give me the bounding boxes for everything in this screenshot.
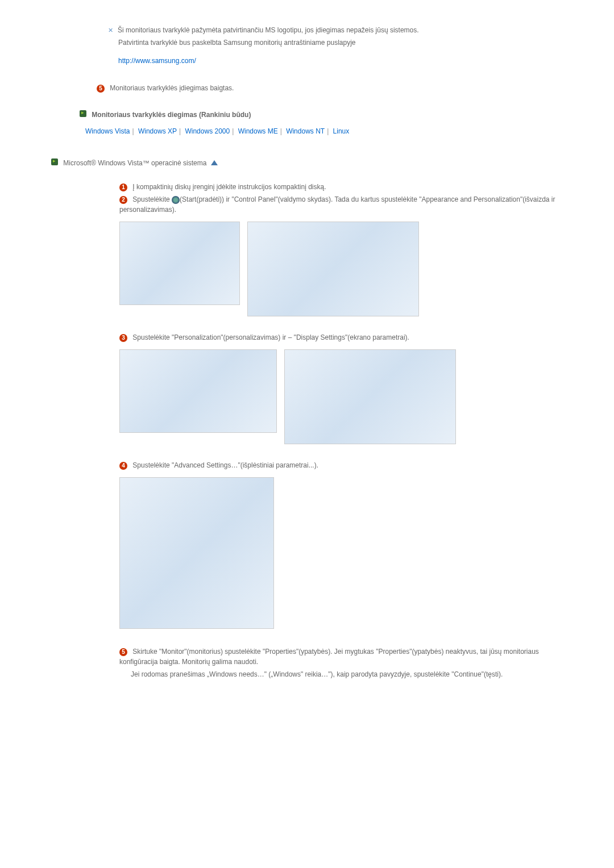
step-2-bullet: 2 [119,196,127,204]
step-5a-text: Skirtuke "Monitor"(monitorius) spustelėk… [119,648,539,666]
screenshot-start-menu [119,222,240,305]
manual-install-header: Monitoriaus tvarkyklės diegimas (Rankini… [92,111,251,119]
samsung-link[interactable]: http://www.samsung.com/ [118,56,563,66]
driver-note-line1: Ši monitoriaus tvarkyklė pažymėta patvir… [108,25,563,35]
link-vista[interactable]: Windows Vista [85,127,130,135]
step-4-bullet: 4 [119,462,127,470]
step-3-text: Spustelėkite "Personalization"(personali… [132,333,409,341]
screenshot-advanced-settings [119,477,274,629]
link-xp[interactable]: Windows XP [138,127,177,135]
link-2000[interactable]: Windows 2000 [185,127,230,135]
start-icon [172,196,180,204]
separator: | [232,127,234,135]
screenshot-personalization [119,349,277,433]
screenshot-display-settings [284,349,456,444]
triangle-up-icon[interactable] [211,160,218,165]
link-nt[interactable]: Windows NT [286,127,325,135]
link-me[interactable]: Windows ME [238,127,278,135]
step-5-bullet: 5 [97,85,105,93]
step-1-text: Į kompaktinių diskų įrenginį įdėkite ins… [132,183,326,191]
step-1-bullet: 1 [119,183,127,191]
separator: | [327,127,329,135]
step-5-bullet-vista: 5 [119,648,127,656]
step-4-text: Spustelėkite "Advanced Settings…"(išplės… [132,461,318,469]
section-arrow-icon [80,110,86,117]
link-linux[interactable]: Linux [333,127,350,135]
vista-os-title: Microsoft® Windows Vista™ operacinė sist… [63,159,206,167]
step-2-text-a: Spustelėkite [132,195,172,203]
step-5b-text: Jei rodomas pranešimas „Windows needs…" … [131,670,503,678]
vista-section-icon [51,158,58,165]
step-2-text-b: (Start(pradėti)) ir "Control Panel"(vald… [119,195,555,214]
separator: | [132,127,134,135]
step-3-bullet: 3 [119,334,127,342]
screenshot-control-panel [247,222,419,316]
install-complete-text: Monitoriaus tvarkyklės įdiegimas baigtas… [110,84,234,92]
driver-note-line2: Patvirtinta tvarkyklė bus paskelbta Sams… [118,37,563,48]
separator: | [179,127,181,135]
separator: | [280,127,282,135]
